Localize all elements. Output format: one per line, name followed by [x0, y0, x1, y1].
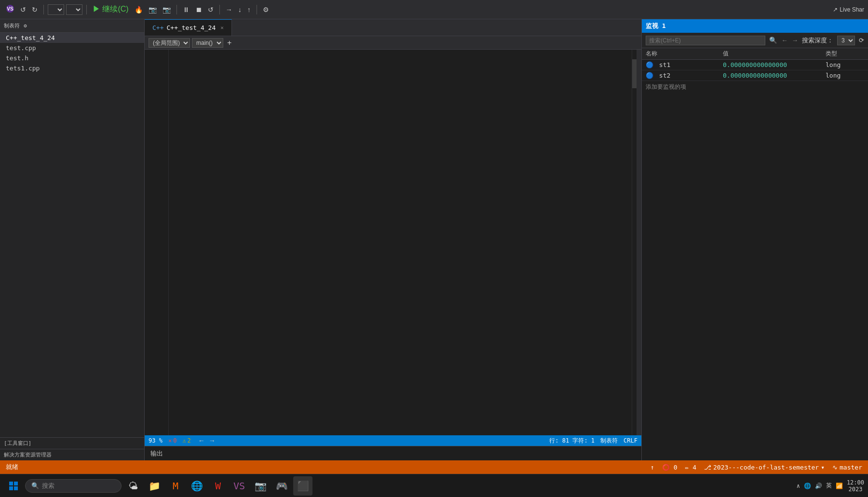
- continue-btn[interactable]: ▶ 继续(C): [91, 3, 131, 15]
- status-bar-right: 行: 81 字符: 1 制表符 CRLF: [549, 437, 637, 445]
- pause-btn[interactable]: ⏸: [181, 5, 191, 14]
- error-badge[interactable]: ✕ 0: [168, 437, 176, 444]
- taskbar-app-vs[interactable]: VS: [230, 476, 249, 496]
- taskbar-app-edge[interactable]: 🌐: [187, 476, 206, 496]
- code-content[interactable]: [178, 50, 632, 435]
- debug-fire-btn[interactable]: 🔥: [133, 5, 145, 14]
- crlf-indicator[interactable]: CRLF: [624, 437, 637, 444]
- sidebar-header-label: 制表符: [4, 22, 20, 29]
- error-count: 0: [173, 437, 176, 444]
- watch-row-st2[interactable]: 🔵 st2 0.000000000000000 long: [642, 70, 868, 81]
- watch-add-item[interactable]: 添加要监视的项: [642, 81, 868, 93]
- camera-btn[interactable]: 📷: [161, 5, 173, 14]
- config-dropdown[interactable]: Debug: [48, 4, 64, 15]
- breakpoint-btn[interactable]: 📷: [147, 5, 159, 14]
- taskbar-app-wps[interactable]: W: [208, 476, 228, 496]
- errors-count: ⭕ 0: [662, 464, 678, 471]
- tab-close-icon[interactable]: ✕: [220, 25, 224, 31]
- watch-depth-select[interactable]: 3: [837, 36, 855, 45]
- sidebar-solution[interactable]: 解决方案资源管理器: [0, 449, 144, 460]
- sep2: [86, 5, 87, 14]
- watch-icon-st2: 🔵: [646, 72, 653, 79]
- start-button[interactable]: [4, 476, 23, 496]
- watch-item-type-st2: long: [826, 72, 864, 79]
- taskbar-clock[interactable]: 12:00 2023: [847, 479, 864, 493]
- warn-count: 2: [188, 437, 191, 444]
- line-col: 行: 81 字符: 1: [549, 437, 595, 445]
- stop-btn[interactable]: ⏹: [193, 5, 204, 14]
- nav-forward-btn[interactable]: →: [207, 436, 217, 445]
- error-icon: ✕: [168, 437, 172, 444]
- restart-btn[interactable]: ↺: [206, 5, 216, 14]
- tab-cpp-test[interactable]: C++ C++_test_4_24 ✕: [145, 19, 232, 36]
- watch-row-st1[interactable]: 🔵 st1 0.000000000000000 long: [642, 60, 868, 70]
- watch-item-type-st1: long: [826, 61, 864, 68]
- scope-add-btn[interactable]: +: [225, 39, 233, 47]
- git-icon: ⎇: [704, 464, 711, 471]
- taskbar-app-files[interactable]: 📁: [145, 476, 164, 496]
- code-gutter: [169, 50, 178, 435]
- watch-item-value-st1: 0.000000000000000: [723, 61, 826, 68]
- watch-search-input[interactable]: [646, 36, 765, 45]
- taskbar-lang[interactable]: 英: [826, 482, 832, 490]
- minimap-thumb: [632, 59, 637, 88]
- watch-icon-st1: 🔵: [646, 61, 653, 68]
- sidebar: 制表符 ⚙ C++_test_4_24 test.cpp test.h tets…: [0, 19, 145, 460]
- svg-rect-2: [9, 482, 13, 485]
- scope-function-select[interactable]: main(): [192, 38, 223, 48]
- pencil-count: ✏ 4: [685, 464, 696, 471]
- taskbar-sound-icon: 🔊: [815, 483, 822, 489]
- search-icon: 🔍: [31, 482, 39, 489]
- step-out-btn[interactable]: ↑: [245, 5, 253, 14]
- taskbar-app-camera[interactable]: 📷: [251, 476, 270, 496]
- taskbar-app-xiaomi[interactable]: M: [166, 476, 185, 496]
- sidebar-item-cpp-test[interactable]: C++_test_4_24: [0, 33, 144, 43]
- taskbar-search[interactable]: 🔍 搜索: [25, 479, 122, 493]
- vs-logo-btn[interactable]: VS: [4, 3, 16, 15]
- svg-rect-5: [14, 486, 18, 490]
- debug-tools-btn[interactable]: ⚙: [261, 5, 271, 14]
- tab-indicator[interactable]: 制表符: [600, 437, 618, 445]
- watch-search-btn[interactable]: 🔍: [769, 37, 777, 44]
- master-icon: ∿: [832, 464, 838, 471]
- toolbar-right: ↗ Live Shar: [833, 6, 864, 13]
- output-bar: 输出: [145, 446, 641, 460]
- sidebar-item-test-h[interactable]: test.h: [0, 53, 144, 63]
- taskbar-app-games[interactable]: 🎮: [272, 476, 291, 496]
- svg-text:VS: VS: [7, 6, 14, 12]
- taskbar-up-arrow[interactable]: ∧: [797, 483, 800, 489]
- platform-dropdown[interactable]: x86: [66, 4, 82, 15]
- sep1: [43, 5, 44, 14]
- watch-item-value-st2: 0.000000000000000: [723, 72, 826, 79]
- status-bar-left: 93 % ✕ 0 ⚠ 2 ← →: [149, 436, 217, 445]
- watch-refresh-btn[interactable]: ⟳: [859, 37, 864, 44]
- watch-nav-back[interactable]: ←: [781, 37, 787, 44]
- undo-btn[interactable]: ↺: [18, 5, 28, 14]
- watch-nav-fwd[interactable]: →: [792, 37, 798, 44]
- taskbar-app-weather[interactable]: 🌤: [123, 476, 143, 496]
- watch-panel: 监视 1 🔍 ← → 搜索深度： 3 ⟳ 名称 值 类型 🔵 st1 0.0: [641, 19, 868, 460]
- tab-cpp-icon: C++: [152, 24, 163, 31]
- scrollbar-vertical[interactable]: [637, 50, 641, 435]
- git-branch[interactable]: ⎇ 2023---code-of-last-semester ▾: [704, 464, 825, 471]
- master-branch[interactable]: ∿ master: [832, 464, 862, 471]
- step-into-btn[interactable]: ↓: [236, 5, 244, 14]
- col-type: 类型: [826, 50, 864, 58]
- scope-global-select[interactable]: (全局范围): [149, 38, 190, 48]
- search-label: 搜索: [42, 482, 54, 490]
- zoom-level[interactable]: 93 %: [149, 437, 163, 444]
- watch-table-header: 名称 值 类型: [642, 48, 868, 60]
- warn-badge[interactable]: ⚠ 2: [182, 437, 190, 444]
- redo-btn[interactable]: ↻: [30, 5, 40, 14]
- sidebar-item-test-cpp[interactable]: test.cpp: [0, 43, 144, 53]
- step-over-btn[interactable]: →: [224, 5, 234, 14]
- sep4: [219, 5, 220, 14]
- sidebar-tools[interactable]: [工具窗口]: [0, 437, 144, 449]
- taskbar-app-terminal[interactable]: ⬛: [293, 476, 312, 496]
- watch-panel-header: 监视 1: [642, 19, 868, 33]
- taskbar-right: ∧ 🌐 🔊 英 📶 12:00 2023: [797, 479, 864, 493]
- sidebar-item-tets1-cpp[interactable]: tets1.cpp: [0, 63, 144, 73]
- nav-back-btn[interactable]: ←: [197, 436, 206, 445]
- live-share-btn[interactable]: ↗ Live Shar: [833, 6, 864, 13]
- taskbar-net-icon: 🌐: [804, 483, 811, 489]
